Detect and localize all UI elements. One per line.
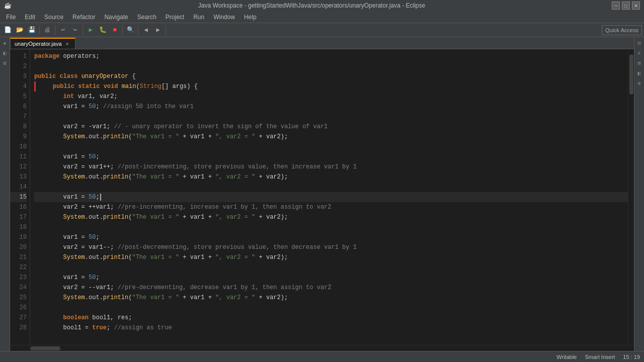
- h-scrollbar-thumb[interactable]: [30, 346, 60, 350]
- quick-access-field[interactable]: Quick Access: [602, 25, 642, 35]
- code-line-20: var2 = var1--; //post-decrementing, stor…: [34, 242, 628, 252]
- line-num-10: 10: [10, 142, 27, 152]
- titlebar-left: ☕: [4, 2, 12, 9]
- line-num-16: 16: [10, 202, 27, 212]
- line-num-14: 14: [10, 182, 27, 192]
- line-num-6: 6: [10, 102, 27, 112]
- line-num-5: 5: [10, 92, 27, 102]
- menubar: File Edit Source Refactor Navigate Searc…: [0, 11, 644, 23]
- line-num-9: 9: [10, 132, 27, 142]
- code-line-19: var1 = 50;: [34, 232, 628, 242]
- right-icon-4[interactable]: ◧: [635, 69, 643, 77]
- sidebar-icon-1[interactable]: ◈: [1, 39, 9, 47]
- menu-source[interactable]: Source: [40, 13, 67, 22]
- scrollbar-thumb[interactable]: [629, 54, 633, 95]
- right-icon-3[interactable]: ⊞: [635, 59, 643, 67]
- line-numbers: 1 2 3 4 5 6 7 8 9 10 11 12 13 14 15 16 1…: [10, 49, 30, 345]
- toolbar-sep-6: [166, 26, 166, 35]
- status-writable: Writable: [556, 354, 577, 360]
- stop-button[interactable]: ■: [109, 25, 120, 36]
- code-line-23: var1 = 50;: [34, 273, 628, 283]
- menu-help[interactable]: Help: [240, 13, 261, 22]
- line-num-1: 1: [10, 51, 27, 61]
- code-line-4: public static void main(String[] args) {: [34, 81, 628, 92]
- toolbar-sep-2: [55, 26, 55, 35]
- toolbar-sep-3: [83, 26, 83, 35]
- new-button[interactable]: 📄: [2, 25, 13, 36]
- code-line-26: [34, 303, 628, 313]
- sidebar-icon-2[interactable]: ◧: [1, 49, 9, 57]
- code-line-17: System.out.println("The var1 = " + var1 …: [34, 212, 628, 222]
- menu-refactor[interactable]: Refactor: [68, 13, 99, 22]
- search-button[interactable]: 🔍: [125, 25, 136, 36]
- open-button[interactable]: 📂: [14, 25, 25, 36]
- status-position: 15 : 19: [623, 354, 640, 360]
- code-line-5: int var1, var2;: [34, 92, 628, 102]
- code-line-9: System.out.println("The var1 = " + var1 …: [34, 132, 628, 142]
- line-num-3: 3: [10, 71, 27, 81]
- line-num-12: 12: [10, 162, 27, 172]
- code-line-21: System.out.println("The var1 = " + var1 …: [34, 252, 628, 262]
- statusbar: Writable Smart Insert 15 : 19: [0, 351, 644, 362]
- line-num-21: 21: [10, 252, 27, 262]
- right-icon-5[interactable]: ⊕: [635, 79, 643, 87]
- menu-run[interactable]: Run: [189, 13, 208, 22]
- tab-unary-operator[interactable]: unaryOperator.java ×: [10, 38, 75, 49]
- code-line-8: var2 = -var1; // - unary operator to inv…: [34, 122, 628, 132]
- code-editor: 1 2 3 4 5 6 7 8 9 10 11 12 13 14 15 16 1…: [10, 49, 634, 345]
- menu-file[interactable]: File: [2, 13, 20, 22]
- back-button[interactable]: ◀: [140, 25, 151, 36]
- app-icon: ☕: [4, 2, 12, 9]
- editor-area: unaryOperator.java × 1 2 3 4 5 6 7 8 9 1…: [10, 37, 634, 351]
- line-num-20: 20: [10, 242, 27, 252]
- code-line-6: var1 = 50; //assign 50 into the var1: [34, 102, 628, 112]
- code-line-7: [34, 112, 628, 122]
- line-num-27: 27: [10, 313, 27, 323]
- code-line-3: public class unaryOperator {: [34, 71, 628, 81]
- sidebar-icon-3[interactable]: ⊞: [1, 59, 9, 67]
- code-line-1: package operators;: [34, 51, 628, 61]
- line-num-13: 13: [10, 172, 27, 182]
- menu-edit[interactable]: Edit: [21, 13, 39, 22]
- titlebar-title: Java Workspace - gettingStartedWithJava/…: [12, 2, 612, 9]
- code-line-13: System.out.println("The var1 = " + var1 …: [34, 172, 628, 182]
- undo-button[interactable]: ↩: [57, 25, 68, 36]
- code-line-2: [34, 61, 628, 71]
- line-num-28: 28: [10, 323, 27, 333]
- run-button[interactable]: ▶: [85, 25, 96, 36]
- minimize-button[interactable]: ─: [612, 2, 620, 10]
- code-line-12: var2 = var1++; //post-incrementing, stor…: [34, 162, 628, 172]
- forward-button[interactable]: ▶: [152, 25, 164, 36]
- tab-bar: unaryOperator.java ×: [10, 37, 634, 49]
- toolbar: 📄 📂 💾 🖨 ↩ ↪ ▶ 🐛 ■ 🔍 ◀ ▶ Quick Access: [0, 23, 644, 37]
- menu-window[interactable]: Window: [209, 13, 239, 22]
- right-sidebar: ⊟ ≡ ⊞ ◧ ⊕: [634, 37, 644, 351]
- vertical-scrollbar[interactable]: [628, 49, 634, 345]
- code-line-27: boolean bool1, res;: [34, 313, 628, 323]
- close-button[interactable]: ✕: [632, 2, 640, 10]
- statusbar-right: Writable Smart Insert 15 : 19: [556, 354, 640, 360]
- redo-button[interactable]: ↪: [69, 25, 80, 36]
- right-icon-1[interactable]: ⊟: [635, 39, 643, 47]
- menu-project[interactable]: Project: [162, 13, 188, 22]
- code-line-22: [34, 262, 628, 273]
- save-button[interactable]: 💾: [26, 25, 37, 36]
- horizontal-scrollbar[interactable]: [10, 345, 634, 351]
- line-num-11: 11: [10, 152, 27, 162]
- code-line-25: System.out.println("The var1 = " + var1 …: [34, 293, 628, 303]
- debug-button[interactable]: 🐛: [97, 25, 108, 36]
- menu-search[interactable]: Search: [133, 13, 160, 22]
- line-num-2: 2: [10, 61, 27, 71]
- line-num-24: 24: [10, 283, 27, 293]
- line-num-19: 19: [10, 232, 27, 242]
- line-num-17: 17: [10, 212, 27, 222]
- tab-label: unaryOperator.java: [15, 41, 62, 47]
- maximize-button[interactable]: □: [622, 2, 630, 10]
- right-icon-2[interactable]: ≡: [635, 49, 643, 57]
- tab-close-button[interactable]: ×: [64, 40, 71, 47]
- line-num-25: 25: [10, 293, 27, 303]
- menu-navigate[interactable]: Navigate: [100, 13, 132, 22]
- toolbar-sep-4: [122, 26, 123, 35]
- print-button[interactable]: 🖨: [42, 25, 53, 36]
- code-content[interactable]: package operators; public class unaryOpe…: [30, 49, 628, 345]
